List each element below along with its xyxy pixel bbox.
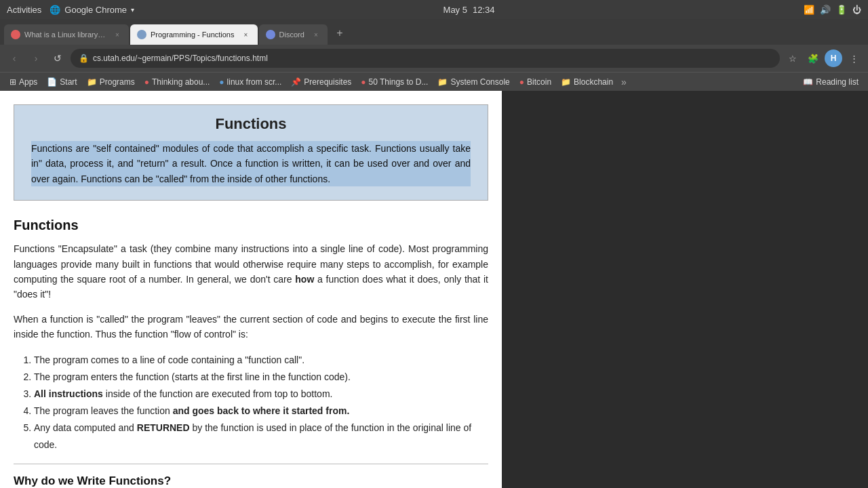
bookmark-prereqs[interactable]: 📌 Prerequisites (287, 76, 355, 88)
bookmark-programs-icon: 📁 (87, 77, 97, 87)
battery-icon: 🔋 (836, 5, 847, 15)
bookmark-blockchain[interactable]: 📁 Blockchain (557, 76, 617, 88)
tab-discord-label: Discord (279, 30, 304, 39)
bookmark-apps-label: Apps (19, 77, 37, 87)
bookmark-50things[interactable]: ● 50 Things to D... (357, 76, 432, 88)
bold-instructions: All instructions (34, 388, 103, 399)
app-name-label: Google Chrome (64, 5, 127, 15)
tab-linux-library[interactable]: What is a Linux library? : l... × (4, 24, 129, 45)
volume-icon: 🔊 (820, 5, 831, 15)
flow-list: The program comes to a line of code cont… (14, 352, 488, 454)
bookmark-50things-label: 50 Things to D... (369, 77, 429, 87)
extensions-button[interactable]: 🧩 (804, 49, 822, 67)
os-topbar-left: Activities 🌐 Google Chrome ▾ (7, 5, 134, 15)
summary-highlighted: Functions are "self contained" modules o… (31, 141, 471, 186)
content-header-box: Functions Functions are "self contained"… (14, 104, 488, 201)
bookmark-start[interactable]: 📄 Start (43, 76, 81, 88)
bookmark-thinking-label: Thinking abou... (152, 77, 210, 87)
os-topbar: Activities 🌐 Google Chrome ▾ May 5 12:34… (0, 0, 868, 19)
os-topbar-center: May 5 12:34 (443, 5, 495, 15)
os-topbar-right: 📶 🔊 🔋 ⏻ (804, 5, 861, 15)
url-display: cs.utah.edu/~germain/PPS/Topics/function… (93, 54, 772, 63)
page-title: Functions (31, 115, 471, 133)
content-body: Functions Functions "Encapsulate" a task… (0, 211, 502, 488)
reload-button[interactable]: ↺ (49, 49, 66, 67)
section2-title: Why do we Write Functions? (14, 474, 488, 488)
page-area: Functions Functions are "self contained"… (0, 91, 868, 488)
tab-icon-prog (137, 30, 146, 39)
list-item-5: Any data computed and RETURNED by the fu… (34, 420, 488, 453)
bookmark-thinking-icon: ● (144, 77, 149, 87)
tab-icon-linux (11, 30, 20, 39)
bookmark-bitcoin-label: Bitcoin (527, 77, 551, 87)
activities-label[interactable]: Activities (7, 5, 41, 15)
new-tab-button[interactable]: + (332, 25, 348, 41)
bookmark-linux-scr[interactable]: ● linux from scr... (215, 76, 285, 88)
bookmark-sysconsole-icon: 📁 (437, 77, 448, 87)
bold-returned: RETURNED (137, 422, 190, 433)
bookmarks-more-button[interactable]: » (618, 75, 629, 89)
bookmarks-bar: ⊞ Apps 📄 Start 📁 Programs ● Thinking abo… (0, 72, 868, 91)
forward-button[interactable]: › (27, 49, 45, 67)
tab-bar: What is a Linux library? : l... × Progra… (0, 19, 868, 45)
menu-button[interactable]: ⋮ (845, 49, 863, 67)
address-bar[interactable]: 🔒 cs.utah.edu/~germain/PPS/Topics/functi… (71, 49, 780, 68)
list-item-4: The program leaves the function and goes… (34, 403, 488, 420)
date-label: May 5 (443, 5, 467, 15)
para1: Functions "Encapsulate" a task (they com… (14, 241, 488, 302)
bookmark-linux-scr-label: linux from scr... (227, 77, 282, 87)
tab-icon-discord (266, 30, 275, 39)
bookmark-blockchain-label: Blockchain (574, 77, 613, 87)
time-label: 12:34 (473, 5, 495, 15)
bookmark-bitcoin-icon: ● (519, 77, 524, 87)
profile-button[interactable]: H (825, 49, 842, 67)
bookmark-blockchain-icon: 📁 (561, 77, 571, 87)
tab-linux-close[interactable]: × (113, 30, 122, 39)
tab-discord-close[interactable]: × (311, 30, 321, 39)
section-divider (14, 464, 488, 464)
network-icon: 📶 (804, 5, 814, 15)
list-item-2: The program enters the function (starts … (34, 369, 488, 386)
nav-actions: ☆ 🧩 H ⋮ (784, 49, 863, 67)
bookmark-thinking[interactable]: ● Thinking abou... (140, 76, 214, 88)
back-button[interactable]: ‹ (5, 49, 23, 67)
reading-list-icon: 📖 (803, 77, 813, 87)
para2: When a function is "called" the program … (14, 312, 488, 342)
secure-icon: 🔒 (79, 54, 89, 63)
bookmark-apps[interactable]: ⊞ Apps (5, 76, 41, 88)
app-dropdown-icon[interactable]: ▾ (131, 6, 134, 14)
tab-programming-functions[interactable]: Programming - Functions × (130, 24, 258, 45)
star-button[interactable]: ☆ (784, 49, 802, 67)
nav-bar: ‹ › ↺ 🔒 cs.utah.edu/~germain/PPS/Topics/… (0, 45, 868, 72)
power-icon[interactable]: ⏻ (852, 5, 861, 15)
bold-how: how (295, 274, 314, 285)
right-panel (502, 91, 868, 488)
list-item-1: The program comes to a line of code cont… (34, 352, 488, 369)
reading-list-label: Reading list (816, 77, 859, 87)
bookmark-programs[interactable]: 📁 Programs (83, 76, 139, 88)
bookmark-bitcoin[interactable]: ● Bitcoin (515, 76, 555, 88)
bookmark-sysconsole[interactable]: 📁 System Console (433, 76, 513, 88)
list-item-3: All instructions inside of the function … (34, 386, 488, 403)
bold-goes-back: and goes back to where it started from. (173, 405, 350, 416)
bookmark-linux-icon: ● (219, 77, 224, 87)
bookmark-50things-icon: ● (361, 77, 366, 87)
tab-prog-label: Programming - Functions (151, 30, 235, 39)
reading-list-button[interactable]: 📖 Reading list (799, 76, 863, 88)
bookmark-start-label: Start (60, 77, 77, 87)
main-content: Functions Functions are "self contained"… (0, 91, 502, 488)
bookmark-sysconsole-label: System Console (450, 77, 509, 87)
section-title: Functions (14, 218, 488, 233)
app-icon: 🌐 (50, 5, 60, 15)
tab-prog-close[interactable]: × (241, 30, 251, 39)
tab-linux-label: What is a Linux library? : l... (24, 30, 106, 39)
bookmark-programs-label: Programs (100, 77, 135, 87)
browser-window: What is a Linux library? : l... × Progra… (0, 19, 868, 488)
bookmark-prereqs-label: Prerequisites (304, 77, 351, 87)
bookmark-prereqs-icon: 📌 (291, 77, 301, 87)
tab-discord[interactable]: Discord × (259, 24, 328, 45)
bookmark-start-icon: 📄 (47, 77, 57, 87)
bookmark-apps-icon: ⊞ (9, 77, 16, 87)
